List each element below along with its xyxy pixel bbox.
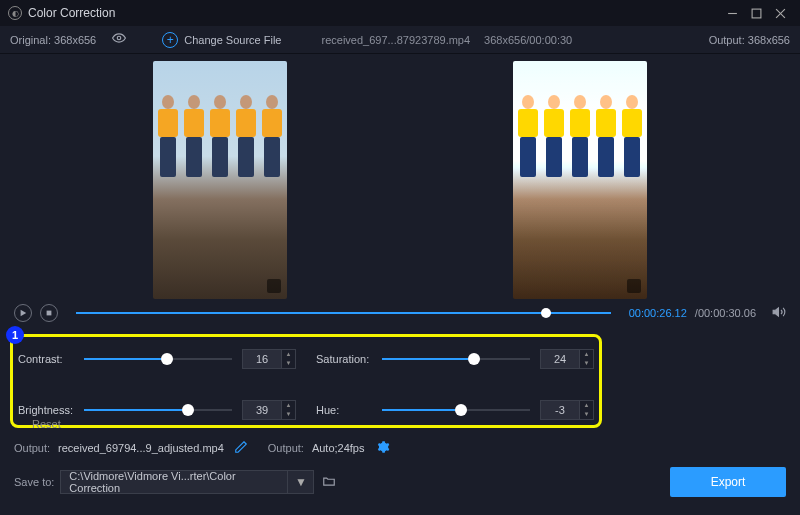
contrast-value[interactable]: 16 <box>242 349 282 369</box>
contrast-slider[interactable] <box>84 358 232 360</box>
saturation-value[interactable]: 24 <box>540 349 580 369</box>
saturation-row: Saturation: 24 ▲▼ <box>316 340 594 377</box>
volume-icon[interactable] <box>772 305 786 322</box>
timeline-thumb[interactable] <box>541 308 551 318</box>
hue-stepper[interactable]: ▲▼ <box>580 400 594 420</box>
source-filename: received_697...87923789.mp4 <box>321 34 470 46</box>
save-row: Save to: C:\Vidmore\Vidmore Vi...rter\Co… <box>0 462 800 502</box>
contrast-label: Contrast: <box>18 353 84 365</box>
output-file-label: Output: <box>14 442 50 454</box>
output-filename: received_69794...9_adjusted.mp4 <box>58 442 224 454</box>
hue-row: Hue: -3 ▲▼ <box>316 391 594 428</box>
color-correction-panel: 1 Contrast: 16 ▲▼ Saturation: 24 ▲▼ Brig… <box>10 330 790 428</box>
original-video-preview <box>153 61 287 299</box>
saturation-label: Saturation: <box>316 353 382 365</box>
compare-toggle-icon[interactable] <box>112 31 126 48</box>
window-title: Color Correction <box>28 6 720 20</box>
svg-point-4 <box>118 36 122 40</box>
svg-marker-7 <box>773 307 778 315</box>
output-file-row: Output: received_69794...9_adjusted.mp4 … <box>0 434 800 462</box>
reset-button[interactable]: Reset <box>32 418 61 430</box>
output-video-preview <box>513 61 647 299</box>
change-source-button[interactable]: + Change Source File <box>162 32 281 48</box>
open-folder-icon[interactable] <box>322 474 336 491</box>
time-current: 00:00:26.12 <box>629 307 687 319</box>
maximize-button[interactable] <box>744 1 768 25</box>
output-settings-label: Output: <box>268 442 304 454</box>
contrast-stepper[interactable]: ▲▼ <box>282 349 296 369</box>
brightness-label: Brightness: <box>18 404 84 416</box>
contrast-row: Contrast: 16 ▲▼ <box>18 340 296 377</box>
close-button[interactable] <box>768 1 792 25</box>
svg-marker-5 <box>21 310 27 316</box>
time-total: /00:00:30.06 <box>695 307 756 319</box>
playback-bar: 00:00:26.12/00:00:30.06 <box>0 300 800 326</box>
timeline-slider[interactable] <box>76 312 611 314</box>
hue-slider[interactable] <box>382 409 530 411</box>
original-label: Original: 368x656 <box>10 34 96 46</box>
title-bar: ◐ Color Correction <box>0 0 800 26</box>
output-dim-label: Output: 368x656 <box>709 34 790 46</box>
brightness-stepper[interactable]: ▲▼ <box>282 400 296 420</box>
source-meta: 368x656/00:00:30 <box>484 34 572 46</box>
play-button[interactable] <box>14 304 32 322</box>
brightness-value[interactable]: 39 <box>242 400 282 420</box>
svg-rect-6 <box>47 311 52 316</box>
brightness-slider[interactable] <box>84 409 232 411</box>
change-source-label: Change Source File <box>184 34 281 46</box>
save-path-dropdown[interactable]: ▼ <box>288 470 314 494</box>
edit-filename-icon[interactable] <box>234 440 248 457</box>
saturation-slider[interactable] <box>382 358 530 360</box>
settings-gear-icon[interactable] <box>376 440 390 457</box>
minimize-button[interactable] <box>720 1 744 25</box>
saturation-stepper[interactable]: ▲▼ <box>580 349 594 369</box>
output-settings-value: Auto;24fps <box>312 442 365 454</box>
export-button[interactable]: Export <box>670 467 786 497</box>
info-bar: Original: 368x656 + Change Source File r… <box>0 26 800 54</box>
app-logo-icon: ◐ <box>8 6 22 20</box>
save-path-field[interactable]: C:\Vidmore\Vidmore Vi...rter\Color Corre… <box>60 470 288 494</box>
plus-icon: + <box>162 32 178 48</box>
preview-area <box>0 54 800 300</box>
step-badge: 1 <box>6 326 24 344</box>
stop-button[interactable] <box>40 304 58 322</box>
hue-label: Hue: <box>316 404 382 416</box>
svg-rect-1 <box>752 9 761 18</box>
hue-value[interactable]: -3 <box>540 400 580 420</box>
save-to-label: Save to: <box>14 476 54 488</box>
